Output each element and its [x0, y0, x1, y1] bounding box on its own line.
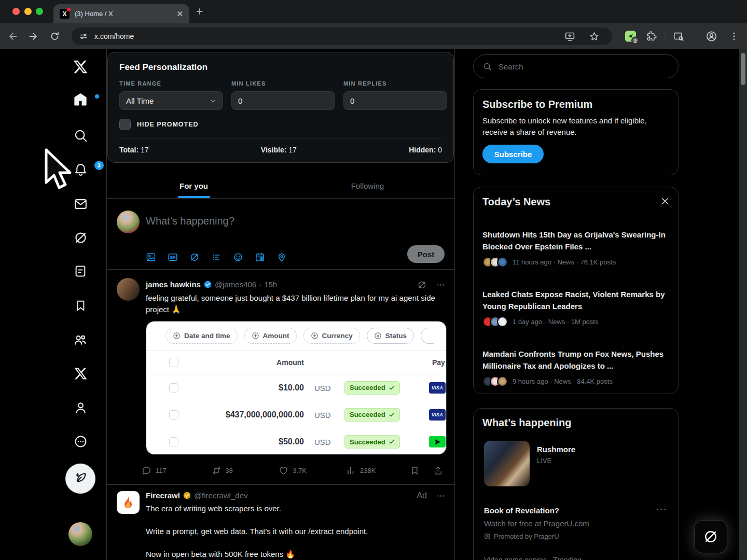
tweet-author-avatar[interactable]: [117, 278, 140, 301]
min-likes-input[interactable]: [231, 91, 335, 110]
circle-x-icon: [374, 332, 382, 340]
tweet-text-line[interactable]: Now in open beta with 500K free tokens 🔥: [146, 549, 440, 559]
timeline-column: Feed Personalization TIME RANGE All Time…: [106, 49, 455, 560]
media-icon[interactable]: [146, 252, 156, 262]
sidebar-item-bookmarks[interactable]: [62, 292, 99, 318]
tab-for-you[interactable]: For you: [107, 174, 281, 198]
filter-chip-amount: Amount: [244, 328, 297, 344]
sidebar-item-more[interactable]: [62, 428, 99, 454]
tweet-james-hawkins[interactable]: james hawkins @james406 · 15h feeling gr…: [107, 270, 454, 485]
tweet-author-handle[interactable]: @james406: [215, 280, 256, 289]
search-bar[interactable]: [473, 54, 679, 78]
back-icon[interactable]: [7, 31, 19, 42]
scrollbar-thumb[interactable]: [741, 53, 745, 85]
poll-icon[interactable]: [211, 252, 222, 262]
trending-item-cut[interactable]: Video game genres · Trending: [484, 556, 582, 560]
sidebar-item-lists[interactable]: [62, 258, 99, 284]
live-event-thumbnail[interactable]: [484, 441, 530, 486]
tweet-text-line[interactable]: Write a prompt, get web data. That's it …: [146, 526, 440, 537]
browser-tab[interactable]: X (3) Home / X ✕: [53, 4, 189, 23]
sidebar-item-grok[interactable]: [62, 225, 99, 250]
inspect-page-icon[interactable]: [673, 31, 684, 42]
sidebar-item-premium[interactable]: [62, 360, 99, 386]
news-item[interactable]: Shutdown Hits 15th Day as Grijalva's Swe…: [482, 229, 669, 268]
promo-more-icon[interactable]: ···: [656, 505, 668, 514]
news-close-icon[interactable]: [660, 197, 670, 206]
sidebar-item-communities[interactable]: [62, 327, 99, 353]
sidebar-account-avatar[interactable]: [62, 521, 99, 547]
gif-icon[interactable]: GIF: [168, 252, 178, 262]
like-button[interactable]: 3.7K: [279, 466, 346, 475]
sidebar-item-notifications[interactable]: 3: [62, 157, 99, 183]
reload-icon[interactable]: [49, 31, 60, 42]
verified-badge-icon: [203, 280, 212, 289]
post-button[interactable]: Post: [407, 245, 445, 263]
news-item[interactable]: Leaked Chats Expose Racist, Violent Rema…: [482, 288, 669, 327]
tweet-author-handle[interactable]: @firecrawl_dev: [194, 491, 248, 500]
news-avatars: [482, 376, 508, 387]
tweet-more-icon[interactable]: [436, 492, 445, 500]
tweet-timestamp[interactable]: 15h: [264, 280, 277, 289]
tweet-author-name[interactable]: james hawkins: [146, 280, 201, 289]
sidebar-item-x-logo[interactable]: [62, 54, 99, 80]
search-input[interactable]: [499, 62, 654, 71]
views-button[interactable]: 238K: [346, 466, 410, 475]
hide-promoted-checkbox[interactable]: [119, 119, 131, 130]
sidebar-item-profile[interactable]: [62, 395, 99, 421]
premium-body: Subscribe to unlock new features and if …: [482, 115, 669, 138]
tab-close-icon[interactable]: ✕: [176, 9, 183, 19]
composer-avatar[interactable]: [117, 211, 140, 233]
new-tab-button[interactable]: +: [196, 5, 203, 19]
profile-avatar-icon[interactable]: [706, 31, 717, 43]
views-icon: [346, 466, 356, 475]
circle-plus-icon: [311, 332, 319, 340]
emoji-icon[interactable]: [233, 252, 243, 262]
tweet-image-payments-table[interactable]: Date and time Amount Currency Status: [146, 321, 447, 455]
tab-following[interactable]: Following: [281, 174, 454, 198]
subscribe-button[interactable]: Subscribe: [482, 145, 544, 163]
address-bar[interactable]: x.com/home: [72, 27, 612, 45]
sidebar-item-search[interactable]: [62, 122, 99, 148]
reply-button[interactable]: 117: [142, 466, 212, 475]
panel-divider: [119, 138, 442, 138]
composer-input[interactable]: What’s happening?: [146, 215, 234, 227]
minimize-window-button[interactable]: [24, 8, 32, 15]
install-app-icon[interactable]: [564, 31, 575, 42]
bookmark-button[interactable]: [410, 466, 420, 475]
extension-pinned-icon[interactable]: 2: [625, 31, 636, 42]
url-text[interactable]: x.com/home: [94, 32, 564, 40]
tweet-author-name[interactable]: Firecrawl: [146, 491, 180, 500]
sidebar-item-home[interactable]: [62, 87, 99, 113]
tweet-author-avatar[interactable]: [117, 491, 140, 514]
tweet-more-icon[interactable]: [436, 281, 445, 289]
time-range-select[interactable]: All Time: [119, 91, 223, 110]
close-window-button[interactable]: [12, 8, 20, 15]
forward-icon[interactable]: [27, 31, 39, 42]
promo-subtitle[interactable]: Watch for free at PragerU.com: [484, 519, 589, 528]
browser-menu-icon[interactable]: [729, 31, 739, 41]
reply-icon: [142, 466, 151, 475]
compose-post-button[interactable]: [62, 466, 99, 492]
bookmark-star-icon[interactable]: [589, 31, 600, 42]
tweet-text-line[interactable]: The era of writing web scrapers is over.: [146, 503, 440, 514]
site-settings-icon[interactable]: [79, 32, 88, 41]
maximize-window-button[interactable]: [36, 8, 43, 15]
repost-icon: [212, 466, 222, 475]
grok-actions-icon[interactable]: [417, 280, 427, 290]
min-replies-input[interactable]: [343, 91, 447, 110]
scrollbar-track[interactable]: [739, 49, 747, 560]
location-icon[interactable]: [276, 252, 287, 262]
tweet-text[interactable]: feeling grateful, someone just bought a …: [146, 292, 440, 315]
sidebar-item-messages[interactable]: [62, 191, 99, 217]
live-event-name[interactable]: Rushmore: [537, 445, 575, 454]
extensions-puzzle-icon[interactable]: [646, 31, 657, 42]
schedule-icon[interactable]: [255, 252, 265, 262]
promo-title[interactable]: Book of Revelation?: [484, 506, 559, 515]
repost-button[interactable]: 38: [212, 466, 279, 475]
grok-floating-button[interactable]: [694, 520, 727, 553]
news-item[interactable]: Mamdani Confronts Trump on Fox News, Pus…: [482, 348, 669, 387]
tweet-firecrawl-ad[interactable]: Firecrawl @firecrawl_dev Ad The era of w…: [107, 485, 454, 560]
share-button[interactable]: [433, 466, 443, 475]
grok-attach-icon[interactable]: [189, 252, 200, 262]
status-badge: Succeeded: [344, 435, 400, 449]
